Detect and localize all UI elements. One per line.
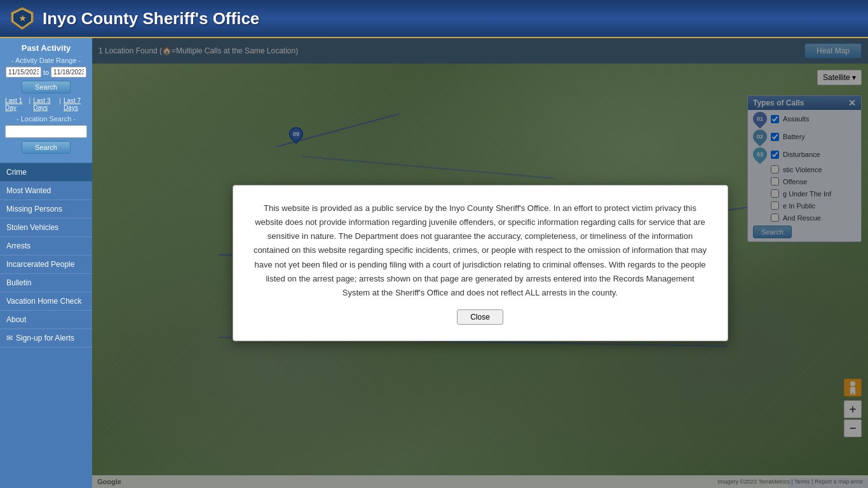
sidebar-item-alerts[interactable]: ✉ Sign-up for Alerts (0, 329, 92, 348)
separator-2: | (59, 97, 61, 111)
modal-close-button[interactable]: Close (457, 309, 503, 325)
last-1-day-link[interactable]: Last 1 Day (5, 97, 27, 111)
sidebar-item-bulletin[interactable]: Bulletin (0, 274, 92, 292)
page-title: Inyo County Sheriff's Office (43, 9, 259, 29)
sidebar-item-missing-persons[interactable]: Missing Persons (0, 200, 92, 219)
map-area: 1 Location Found (🏠=Multiple Calls at th… (92, 38, 868, 488)
past-activity-title: Past Activity (5, 43, 87, 53)
sidebar-item-crime[interactable]: Crime (0, 163, 92, 182)
date-from-input[interactable] (6, 67, 41, 78)
modal-text: This website is provided as a public ser… (252, 201, 709, 300)
separator-1: | (29, 97, 31, 111)
sidebar-item-about[interactable]: About (0, 311, 92, 329)
past-activity-panel: Past Activity - Activity Date Range - to… (0, 38, 92, 163)
app-header: ★ Inyo County Sheriff's Office (0, 0, 868, 38)
quick-date-links: Last 1 Day | Last 3 Days | Last 7 Days (5, 97, 87, 111)
alerts-label: Sign-up for Alerts (16, 334, 74, 342)
date-range-row: to (5, 67, 87, 78)
last-3-days-link[interactable]: Last 3 Days (33, 97, 57, 111)
sidebar-item-stolen-vehicles[interactable]: Stolen Vehicles (0, 219, 92, 237)
sidebar-item-vacation-home-check[interactable]: Vacation Home Check (0, 292, 92, 311)
shield-icon: ★ (10, 6, 35, 31)
main-layout: Past Activity - Activity Date Range - to… (0, 38, 868, 488)
location-search-input[interactable] (5, 125, 87, 138)
activity-search-button[interactable]: Search (22, 81, 71, 93)
sidebar-item-incarcerated-people[interactable]: Incarcerated People (0, 255, 92, 274)
date-range-label: - Activity Date Range - (5, 57, 87, 64)
location-search-label: - Location Search - (5, 115, 87, 123)
svg-text:★: ★ (19, 14, 26, 23)
email-icon: ✉ (6, 334, 13, 342)
modal-overlay: This website is provided as a public ser… (92, 38, 868, 488)
date-to-input[interactable] (51, 67, 86, 78)
modal-close-row: Close (252, 309, 709, 325)
sidebar-item-arrests[interactable]: Arrests (0, 237, 92, 255)
modal-dialog: This website is provided as a public ser… (233, 185, 728, 341)
to-label: to (43, 69, 49, 76)
last-7-days-link[interactable]: Last 7 Days (64, 97, 87, 111)
sidebar: Past Activity - Activity Date Range - to… (0, 38, 92, 488)
location-search-button[interactable]: Search (22, 141, 71, 154)
sidebar-item-most-wanted[interactable]: Most Wanted (0, 182, 92, 200)
